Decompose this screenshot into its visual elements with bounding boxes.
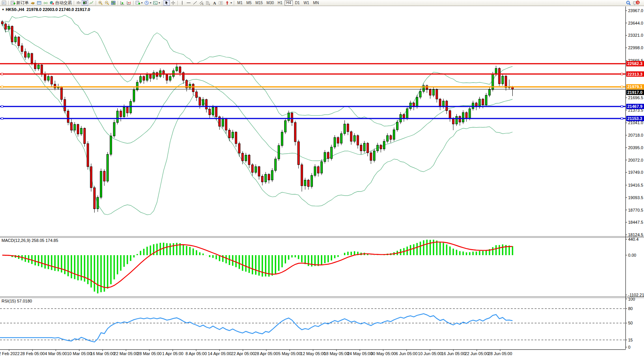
candle [28,51,30,59]
svg-text:1: 1 [637,1,639,4]
candle [245,153,247,163]
candle [84,128,86,147]
timeframe-mn-button[interactable]: MN [311,0,321,6]
timeframe-d1-button[interactable]: D1 [293,0,302,6]
new-order-icon [11,0,16,5]
rsi-indicator-label: RSI(15) 57.0180 [2,299,32,303]
timeframe-m1-button[interactable]: M1 [235,0,244,6]
candle [380,144,382,152]
templates-icon [153,0,158,5]
candle [153,70,155,80]
timeframe-h4-button[interactable]: H4 [285,0,293,6]
equidistant-channel-button[interactable]: E [198,0,205,6]
new-order-label: 新订单 [16,0,29,6]
candle [41,64,43,77]
chart-title: ▼HK50-,H4 21978.0 22003.0 21740.0 21917.… [2,7,90,12]
navigator-icon [43,0,48,5]
search-button[interactable] [625,0,632,6]
candle [403,113,405,122]
line-handle[interactable] [621,106,623,108]
svg-text:E: E [202,3,204,5]
candle [376,143,378,153]
bar-chart-button[interactable] [75,0,82,6]
vertical-line-icon [180,0,185,5]
svg-text:F: F [209,3,210,6]
candle [189,82,191,90]
indicators-button[interactable]: ▾ [135,0,143,6]
line-handle[interactable] [1,73,3,75]
new-order-button[interactable]: 新订单 [10,0,30,6]
candle [512,86,513,96]
templates-button[interactable]: ▾ [152,0,161,6]
price-tick-label: 23644.0 [628,21,643,25]
candle [462,110,464,124]
price-tick-label: 18124.5 [628,232,643,237]
price-badge-label: 21917.0 [627,90,642,95]
data-window-button[interactable] [36,0,42,6]
timeframe-w1-button[interactable]: W1 [302,0,311,6]
candle [136,80,138,91]
candle [120,109,122,121]
timeframe-m15-button[interactable]: M15 [254,0,264,6]
auto-scroll-button[interactable] [119,0,126,6]
market-watch-button[interactable] [30,0,36,6]
line-handle[interactable] [1,106,3,108]
candle [209,107,211,118]
bollinger-bands [2,15,513,215]
timeframe-h1-button[interactable]: H1 [276,0,285,6]
candlestick-chart-button[interactable] [82,0,88,6]
candle [97,195,99,212]
periods-button[interactable]: ▾ [143,0,152,6]
timeframe-m5-button[interactable]: M5 [244,0,254,6]
line-handle[interactable] [621,86,623,88]
arrows-button[interactable]: ▾ [224,0,233,6]
candle [67,109,69,125]
line-handle[interactable] [621,118,623,120]
tile-windows-icon [111,0,116,5]
candle [278,143,280,161]
candle [87,141,89,170]
notification-bubble-icon: 1 [633,0,640,6]
zoom-out-button[interactable] [104,0,110,6]
time-tick-label: 28 Jun 05:00 [488,351,512,356]
text-button[interactable]: A [211,0,218,6]
candle [8,24,10,31]
line-chart-button[interactable] [88,0,95,6]
svg-text:A: A [213,1,216,5]
navigator-button[interactable] [42,0,49,6]
rsi-tick-label: 50 [628,321,633,325]
candle [196,90,198,101]
tile-windows-button[interactable] [110,0,117,6]
rsi-panel [0,309,625,342]
candle [360,143,362,154]
market-watch-icon [30,0,35,5]
cursor-button[interactable] [163,0,170,6]
trendline-button[interactable] [192,0,198,6]
indicators-icon [135,0,140,5]
candle [235,131,237,147]
horizontal-line-button[interactable] [185,0,192,6]
line-handle[interactable] [1,118,3,120]
notifications-button[interactable]: 1 [632,0,641,6]
candle [341,131,342,145]
zoom-in-button[interactable] [97,0,104,6]
candle [11,25,13,45]
autotrading-button[interactable]: 自动交易 [49,0,73,6]
vertical-line-button[interactable] [179,0,185,6]
chart-shift-button[interactable] [126,0,132,6]
text-label-button[interactable]: T [218,0,224,6]
candle [232,130,234,140]
crosshair-button[interactable] [170,0,176,6]
candle [18,36,20,48]
new-chart-button[interactable] [1,0,7,6]
macd-indicator-label: MACD(12,26,9) 258.05 174.85 [2,238,58,243]
candle [182,72,184,84]
timeframe-m30-button[interactable]: M30 [264,0,275,6]
line-handle[interactable] [1,86,3,88]
candle [357,134,359,148]
candle [492,72,494,92]
candle [314,164,316,177]
line-handle[interactable] [621,73,623,75]
candle [149,73,151,82]
fibonacci-button[interactable]: F [205,0,211,6]
